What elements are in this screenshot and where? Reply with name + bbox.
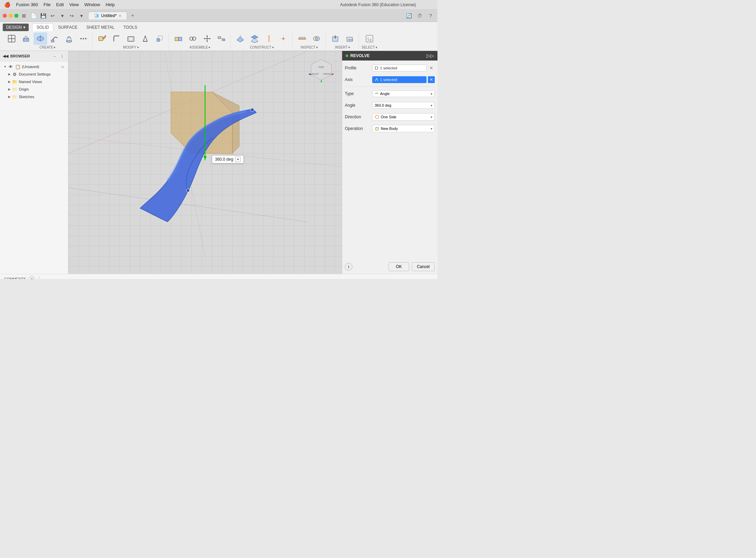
create-extrude-btn[interactable] [19,32,33,45]
tree-item-named-views[interactable]: ▶ 📁 Named Views [4,78,68,85]
active-tab[interactable]: 🧊 Untitled* ✕ [88,12,127,19]
job-status-btn[interactable]: ⏱ [416,12,424,20]
svg-marker-18 [143,36,147,41]
redo-btn[interactable]: ↪ [68,12,76,20]
menu-view[interactable]: View [69,2,79,7]
new-file-btn[interactable]: 📄 [29,12,38,20]
close-window-btn[interactable] [3,14,7,18]
panel-select-type[interactable]: Angle ▾ [372,90,435,97]
menu-edit[interactable]: Edit [56,2,64,7]
select-btn[interactable] [363,32,376,45]
ribbon: DESIGN ▾ SOLID SURFACE SHEET METAL TOOLS [0,22,437,51]
tree-children-root: ▶ ⚙ Document Settings ▶ 📁 Named Views ▶ … [0,70,68,101]
design-mode-btn[interactable]: DESIGN ▾ [3,24,29,31]
svg-point-12 [80,38,82,39]
panel-profile-clear-btn[interactable]: ✕ [428,65,435,71]
sidebar-pin-btn[interactable]: – [52,53,58,59]
direction-icon [375,115,379,119]
panel-divider-1 [345,87,435,87]
sidebar-collapse-icon[interactable]: ◀◀ [3,54,8,58]
tree-item-origin[interactable]: ▶ 📁 Origin [4,85,68,93]
ribbon-group-construct-content [233,32,290,45]
view-cube[interactable]: TOP FRONT RIGHT [308,58,335,85]
angle-tooltip[interactable]: 360.0 deg ▾ [212,155,244,163]
maximize-window-btn[interactable] [14,14,18,18]
panel-value-profile[interactable]: 1 selected [372,65,427,71]
panel-select-angle[interactable]: 360.0 deg ▾ [372,102,435,109]
tree-expand-root[interactable]: ▼ [3,64,8,69]
apple-menu[interactable]: 🍎 [4,2,11,8]
modify-btn[interactable] [95,32,109,45]
tab-sheetmetal[interactable]: SHEET METAL [82,24,119,31]
modify-icon [97,33,108,44]
tab-tools[interactable]: TOOLS [119,24,141,31]
fillet-btn[interactable] [110,32,123,45]
tree-expand-named-views[interactable]: ▶ [7,79,12,84]
assemble-btn[interactable] [172,32,185,45]
panel-select-operation[interactable]: New Body ▾ [372,125,435,132]
tree-eye-root[interactable]: ⊙ [60,64,65,69]
shell-btn[interactable] [124,32,138,45]
fillet-icon [111,33,122,44]
tab-bar: ⊞ 📄 💾 ↩ ▾ ↪ ▾ 🧊 Untitled* ✕ ＋ 🔄 ⏱ ? [0,10,437,22]
panel-info-btn[interactable]: ℹ [345,263,352,270]
scale-btn[interactable] [153,32,166,45]
panel-footer: ℹ OK Cancel [342,260,437,274]
tree-item-root[interactable]: ▼ 👁 📋 (Unsaved) ⊙ [0,63,68,70]
panel-value-axis[interactable]: 1 selected [372,76,427,83]
measure-btn[interactable] [295,32,309,45]
revolve-icon [35,33,46,44]
midplane-btn[interactable] [248,32,261,45]
save-btn[interactable]: 💾 [39,12,47,20]
add-comment-btn[interactable]: + [29,276,35,279]
move-copy-btn[interactable] [200,32,214,45]
tree-expand-sketches[interactable]: ▶ [7,94,12,99]
create-revolve-btn[interactable] [33,32,47,45]
offset-plane-btn[interactable] [233,32,247,45]
tab-surface[interactable]: SURFACE [54,24,82,31]
undo-dropdown-btn[interactable]: ▾ [58,12,66,20]
cancel-button[interactable]: Cancel [412,262,435,271]
tree-expand-doc-settings[interactable]: ▶ [7,72,12,77]
ok-button[interactable]: OK [389,262,409,271]
minimize-window-btn[interactable] [9,14,13,18]
tab-close-btn[interactable]: ✕ [119,14,121,18]
create-more-btn[interactable] [77,32,90,45]
tree-expand-origin[interactable]: ▶ [7,87,12,92]
menu-fusion360[interactable]: Fusion 360 [16,2,38,7]
undo-btn[interactable]: ↩ [49,12,57,20]
joint-btn[interactable] [186,32,200,45]
panel-expand-btn[interactable]: ▷▷ [427,53,434,58]
data-panel-btn[interactable]: 🔄 [405,12,413,20]
menu-help[interactable]: Help [106,2,115,7]
construct-point-icon [278,33,289,44]
draft-btn[interactable] [138,32,152,45]
new-tab-btn[interactable]: ＋ [130,12,135,19]
ribbon-group-assemble: ASSEMBLE ▾ [170,32,231,49]
panel-select-direction[interactable]: One Side ▾ [372,113,435,121]
point-btn[interactable] [276,32,290,45]
create-new-component-btn[interactable] [5,32,18,45]
axis-btn[interactable] [262,32,276,45]
menu-window[interactable]: Window [84,2,100,7]
svg-text:RIGHT: RIGHT [311,73,319,75]
svg-marker-64 [311,59,332,80]
angle-expand-btn[interactable]: ▾ [235,157,241,162]
align-btn[interactable] [215,32,228,45]
tree-item-sketches[interactable]: ▶ 📁 Sketches [4,93,68,101]
insert-btn[interactable] [328,32,342,45]
panel-axis-clear-btn[interactable]: ✕ [428,76,435,83]
create-loft-btn[interactable] [62,32,76,45]
viewport[interactable]: 360.0 deg ▾ TOP FRONT RIGHT [68,51,342,274]
tab-solid[interactable]: SOLID [32,23,53,31]
svg-marker-38 [268,35,270,37]
help-btn[interactable]: ? [427,12,435,20]
redo-dropdown-btn[interactable]: ▾ [77,12,85,20]
tree-item-doc-settings[interactable]: ▶ ⚙ Document Settings [4,70,68,78]
interference-btn[interactable] [310,32,323,45]
grid-view-btn[interactable]: ⊞ [20,12,28,20]
create-sweep-btn[interactable] [48,32,62,45]
panel-status-dot [346,54,348,57]
decal-btn[interactable]: IMG [343,32,356,45]
menu-file[interactable]: File [43,2,51,7]
